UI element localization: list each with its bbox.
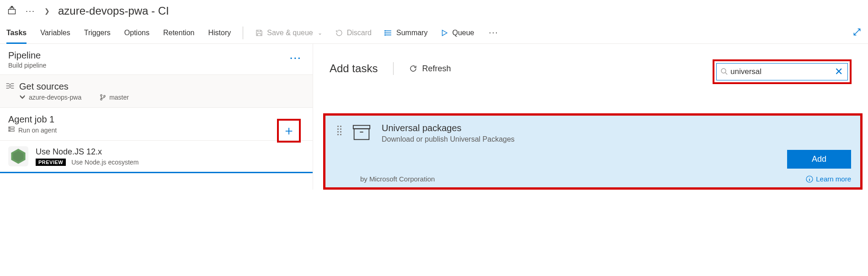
summary-button[interactable]: Summary [384, 29, 427, 37]
tab-tasks[interactable]: Tasks [6, 22, 27, 43]
source-branch: master [100, 94, 129, 101]
summary-label: Summary [396, 29, 427, 37]
svg-rect-15 [353, 125, 370, 128]
save-queue-button[interactable]: Save & queue ⌄ [255, 29, 322, 37]
source-repo: azure-devops-pwa [19, 94, 81, 101]
search-box[interactable]: ✕ [716, 63, 848, 80]
server-icon [8, 126, 15, 134]
svg-point-9 [10, 127, 10, 128]
svg-point-10 [10, 130, 10, 131]
svg-rect-0 [9, 9, 16, 14]
queue-button[interactable]: Queue [440, 29, 474, 37]
plus-icon: ＋ [282, 124, 295, 137]
task-node[interactable]: Use Node.JS 12.x PREVIEW Use Node.js eco… [0, 141, 313, 173]
result-desc: Download or publish Universal Packages [382, 135, 515, 143]
sources-title: Get sources [19, 81, 69, 92]
discard-label: Discard [347, 29, 372, 37]
pipeline-title: Pipeline [8, 50, 304, 61]
tab-retention[interactable]: Retention [163, 22, 195, 43]
pipeline-more[interactable]: ··· [290, 53, 302, 64]
refresh-label: Refresh [422, 64, 451, 74]
svg-point-6 [104, 96, 106, 97]
queue-label: Queue [452, 29, 474, 37]
package-icon [351, 123, 372, 143]
agent-job-title: Agent job 1 [8, 114, 304, 125]
add-task-button[interactable]: ＋ [277, 119, 301, 143]
svg-point-5 [101, 99, 102, 101]
refresh-button[interactable]: Refresh [409, 64, 451, 74]
pipeline-subtitle: Build pipeline [8, 62, 304, 69]
svg-point-13 [721, 69, 726, 73]
branch-name: master [109, 94, 129, 101]
learn-more-link[interactable]: Learn more [806, 175, 851, 183]
pipeline-icon [7, 6, 16, 16]
save-queue-label: Save & queue [267, 29, 313, 37]
branch-icon [100, 94, 106, 101]
svg-point-1 [385, 30, 386, 31]
svg-point-4 [101, 95, 102, 96]
search-highlight: ✕ [713, 59, 852, 84]
fullscreen-button[interactable] [852, 27, 862, 38]
svg-point-2 [385, 32, 386, 33]
learn-more-label: Learn more [816, 175, 851, 183]
repo-icon [19, 94, 26, 101]
command-more[interactable]: ··· [487, 28, 500, 37]
clear-search-button[interactable]: ✕ [834, 66, 844, 78]
agent-job-sub: Run on agent [18, 127, 57, 134]
add-tasks-heading: Add tasks [330, 62, 378, 75]
task-result-card[interactable]: Universal packages Download or publish U… [325, 116, 860, 187]
search-icon [720, 68, 728, 76]
drag-handle-icon[interactable] [337, 123, 341, 143]
divider [243, 27, 243, 39]
tab-bar: Tasks Variables Triggers Options Retenti… [0, 22, 868, 44]
breadcrumb-more[interactable]: ··· [25, 6, 36, 16]
preview-badge: PREVIEW [36, 159, 66, 166]
svg-point-3 [385, 34, 386, 35]
sources-icon [5, 82, 15, 91]
page-title: azure-devops-pwa - CI [58, 5, 169, 17]
search-input[interactable] [728, 67, 834, 76]
discard-button[interactable]: Discard [335, 29, 372, 37]
tab-history[interactable]: History [208, 22, 231, 43]
repo-name: azure-devops-pwa [29, 94, 81, 101]
nodejs-icon [8, 146, 28, 166]
result-publisher: by Microsoft Corporation [360, 175, 435, 183]
agent-job-panel[interactable]: Agent job 1 Run on agent ＋ [0, 108, 313, 141]
result-title: Universal packages [382, 123, 515, 133]
svg-rect-14 [354, 129, 369, 140]
task-title: Use Node.JS 12.x [36, 147, 138, 157]
task-desc: Use Node.js ecosystem [71, 159, 138, 166]
chevron-down-icon: ⌄ [318, 30, 322, 36]
chevron-right-icon: ❯ [44, 7, 50, 15]
tab-triggers[interactable]: Triggers [84, 22, 111, 43]
add-button[interactable]: Add [787, 150, 851, 169]
get-sources-panel[interactable]: Get sources azure-devops-pwa master [0, 75, 313, 108]
result-highlight: Universal packages Download or publish U… [323, 113, 863, 190]
breadcrumb: ··· ❯ azure-devops-pwa - CI [0, 0, 868, 22]
tab-options[interactable]: Options [124, 22, 149, 43]
divider [393, 62, 394, 75]
pipeline-panel[interactable]: Pipeline Build pipeline ··· [0, 44, 313, 75]
tab-variables[interactable]: Variables [40, 22, 70, 43]
